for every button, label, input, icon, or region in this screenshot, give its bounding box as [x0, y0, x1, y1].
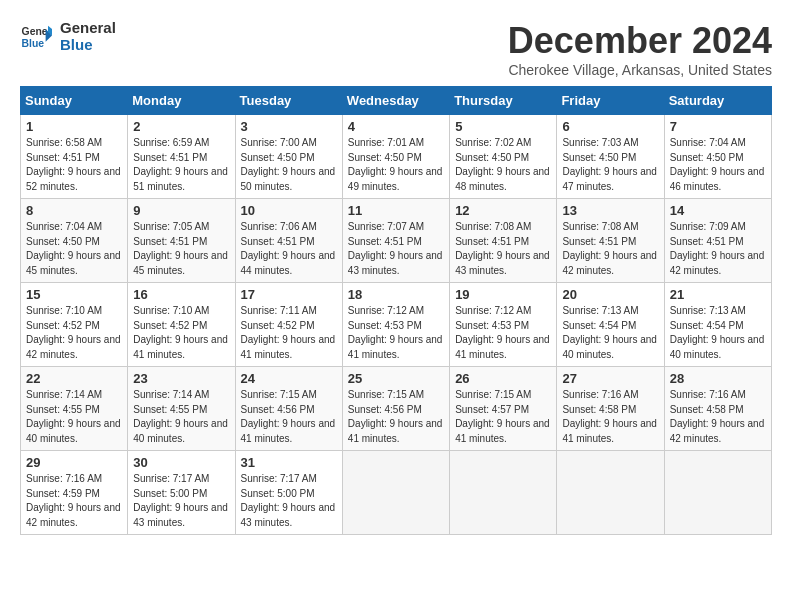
calendar-cell: 17Sunrise: 7:11 AMSunset: 4:52 PMDayligh… [235, 283, 342, 367]
day-info: Sunrise: 7:16 AMSunset: 4:58 PMDaylight:… [562, 388, 658, 446]
title-area: December 2024 Cherokee Village, Arkansas… [508, 20, 772, 78]
day-number: 10 [241, 203, 337, 218]
calendar-cell: 18Sunrise: 7:12 AMSunset: 4:53 PMDayligh… [342, 283, 449, 367]
calendar-week-3: 15Sunrise: 7:10 AMSunset: 4:52 PMDayligh… [21, 283, 772, 367]
day-number: 24 [241, 371, 337, 386]
calendar-week-4: 22Sunrise: 7:14 AMSunset: 4:55 PMDayligh… [21, 367, 772, 451]
calendar-cell: 29Sunrise: 7:16 AMSunset: 4:59 PMDayligh… [21, 451, 128, 535]
calendar-cell: 30Sunrise: 7:17 AMSunset: 5:00 PMDayligh… [128, 451, 235, 535]
header-cell-monday: Monday [128, 87, 235, 115]
day-info: Sunrise: 7:09 AMSunset: 4:51 PMDaylight:… [670, 220, 766, 278]
day-number: 3 [241, 119, 337, 134]
day-number: 19 [455, 287, 551, 302]
calendar-table: SundayMondayTuesdayWednesdayThursdayFrid… [20, 86, 772, 535]
header: General Blue General Blue December 2024 … [20, 20, 772, 78]
day-info: Sunrise: 7:05 AMSunset: 4:51 PMDaylight:… [133, 220, 229, 278]
calendar-cell [342, 451, 449, 535]
calendar-cell [450, 451, 557, 535]
day-info: Sunrise: 7:03 AMSunset: 4:50 PMDaylight:… [562, 136, 658, 194]
day-info: Sunrise: 7:17 AMSunset: 5:00 PMDaylight:… [133, 472, 229, 530]
day-info: Sunrise: 7:08 AMSunset: 4:51 PMDaylight:… [455, 220, 551, 278]
calendar-cell: 31Sunrise: 7:17 AMSunset: 5:00 PMDayligh… [235, 451, 342, 535]
day-number: 4 [348, 119, 444, 134]
day-number: 16 [133, 287, 229, 302]
calendar-cell: 25Sunrise: 7:15 AMSunset: 4:56 PMDayligh… [342, 367, 449, 451]
day-number: 14 [670, 203, 766, 218]
day-info: Sunrise: 7:08 AMSunset: 4:51 PMDaylight:… [562, 220, 658, 278]
day-info: Sunrise: 7:04 AMSunset: 4:50 PMDaylight:… [670, 136, 766, 194]
calendar-cell: 4Sunrise: 7:01 AMSunset: 4:50 PMDaylight… [342, 115, 449, 199]
header-cell-saturday: Saturday [664, 87, 771, 115]
day-number: 2 [133, 119, 229, 134]
calendar-cell: 27Sunrise: 7:16 AMSunset: 4:58 PMDayligh… [557, 367, 664, 451]
calendar-cell [557, 451, 664, 535]
calendar-cell: 16Sunrise: 7:10 AMSunset: 4:52 PMDayligh… [128, 283, 235, 367]
calendar-cell: 15Sunrise: 7:10 AMSunset: 4:52 PMDayligh… [21, 283, 128, 367]
day-info: Sunrise: 7:16 AMSunset: 4:59 PMDaylight:… [26, 472, 122, 530]
header-cell-friday: Friday [557, 87, 664, 115]
calendar-cell: 12Sunrise: 7:08 AMSunset: 4:51 PMDayligh… [450, 199, 557, 283]
month-title: December 2024 [508, 20, 772, 62]
header-cell-wednesday: Wednesday [342, 87, 449, 115]
day-number: 22 [26, 371, 122, 386]
day-number: 1 [26, 119, 122, 134]
day-info: Sunrise: 7:13 AMSunset: 4:54 PMDaylight:… [562, 304, 658, 362]
header-cell-thursday: Thursday [450, 87, 557, 115]
calendar-cell: 21Sunrise: 7:13 AMSunset: 4:54 PMDayligh… [664, 283, 771, 367]
day-number: 25 [348, 371, 444, 386]
day-info: Sunrise: 7:13 AMSunset: 4:54 PMDaylight:… [670, 304, 766, 362]
day-info: Sunrise: 7:04 AMSunset: 4:50 PMDaylight:… [26, 220, 122, 278]
day-info: Sunrise: 7:16 AMSunset: 4:58 PMDaylight:… [670, 388, 766, 446]
day-info: Sunrise: 7:10 AMSunset: 4:52 PMDaylight:… [133, 304, 229, 362]
calendar-cell: 6Sunrise: 7:03 AMSunset: 4:50 PMDaylight… [557, 115, 664, 199]
day-number: 29 [26, 455, 122, 470]
day-info: Sunrise: 7:07 AMSunset: 4:51 PMDaylight:… [348, 220, 444, 278]
calendar-week-5: 29Sunrise: 7:16 AMSunset: 4:59 PMDayligh… [21, 451, 772, 535]
day-number: 7 [670, 119, 766, 134]
day-info: Sunrise: 6:58 AMSunset: 4:51 PMDaylight:… [26, 136, 122, 194]
day-number: 20 [562, 287, 658, 302]
location-title: Cherokee Village, Arkansas, United State… [508, 62, 772, 78]
header-cell-sunday: Sunday [21, 87, 128, 115]
day-info: Sunrise: 7:06 AMSunset: 4:51 PMDaylight:… [241, 220, 337, 278]
day-number: 21 [670, 287, 766, 302]
day-number: 26 [455, 371, 551, 386]
day-info: Sunrise: 7:02 AMSunset: 4:50 PMDaylight:… [455, 136, 551, 194]
day-number: 5 [455, 119, 551, 134]
day-number: 17 [241, 287, 337, 302]
calendar-cell: 9Sunrise: 7:05 AMSunset: 4:51 PMDaylight… [128, 199, 235, 283]
calendar-body: 1Sunrise: 6:58 AMSunset: 4:51 PMDaylight… [21, 115, 772, 535]
day-number: 28 [670, 371, 766, 386]
calendar-cell: 8Sunrise: 7:04 AMSunset: 4:50 PMDaylight… [21, 199, 128, 283]
day-info: Sunrise: 7:15 AMSunset: 4:56 PMDaylight:… [348, 388, 444, 446]
logo-blue: Blue [60, 37, 116, 54]
calendar-cell: 23Sunrise: 7:14 AMSunset: 4:55 PMDayligh… [128, 367, 235, 451]
calendar-cell: 14Sunrise: 7:09 AMSunset: 4:51 PMDayligh… [664, 199, 771, 283]
day-number: 13 [562, 203, 658, 218]
day-info: Sunrise: 7:15 AMSunset: 4:57 PMDaylight:… [455, 388, 551, 446]
day-number: 23 [133, 371, 229, 386]
calendar-cell: 2Sunrise: 6:59 AMSunset: 4:51 PMDaylight… [128, 115, 235, 199]
calendar-cell: 22Sunrise: 7:14 AMSunset: 4:55 PMDayligh… [21, 367, 128, 451]
calendar-week-1: 1Sunrise: 6:58 AMSunset: 4:51 PMDaylight… [21, 115, 772, 199]
calendar-cell: 1Sunrise: 6:58 AMSunset: 4:51 PMDaylight… [21, 115, 128, 199]
calendar-cell: 26Sunrise: 7:15 AMSunset: 4:57 PMDayligh… [450, 367, 557, 451]
day-info: Sunrise: 7:17 AMSunset: 5:00 PMDaylight:… [241, 472, 337, 530]
day-info: Sunrise: 7:15 AMSunset: 4:56 PMDaylight:… [241, 388, 337, 446]
day-number: 31 [241, 455, 337, 470]
day-info: Sunrise: 6:59 AMSunset: 4:51 PMDaylight:… [133, 136, 229, 194]
header-row: SundayMondayTuesdayWednesdayThursdayFrid… [21, 87, 772, 115]
header-cell-tuesday: Tuesday [235, 87, 342, 115]
day-number: 8 [26, 203, 122, 218]
calendar-cell [664, 451, 771, 535]
day-info: Sunrise: 7:14 AMSunset: 4:55 PMDaylight:… [26, 388, 122, 446]
svg-text:Blue: Blue [22, 37, 45, 48]
day-info: Sunrise: 7:12 AMSunset: 4:53 PMDaylight:… [455, 304, 551, 362]
day-number: 15 [26, 287, 122, 302]
calendar-cell: 28Sunrise: 7:16 AMSunset: 4:58 PMDayligh… [664, 367, 771, 451]
logo: General Blue General Blue [20, 20, 116, 53]
calendar-cell: 19Sunrise: 7:12 AMSunset: 4:53 PMDayligh… [450, 283, 557, 367]
calendar-cell: 13Sunrise: 7:08 AMSunset: 4:51 PMDayligh… [557, 199, 664, 283]
calendar-cell: 7Sunrise: 7:04 AMSunset: 4:50 PMDaylight… [664, 115, 771, 199]
day-info: Sunrise: 7:00 AMSunset: 4:50 PMDaylight:… [241, 136, 337, 194]
